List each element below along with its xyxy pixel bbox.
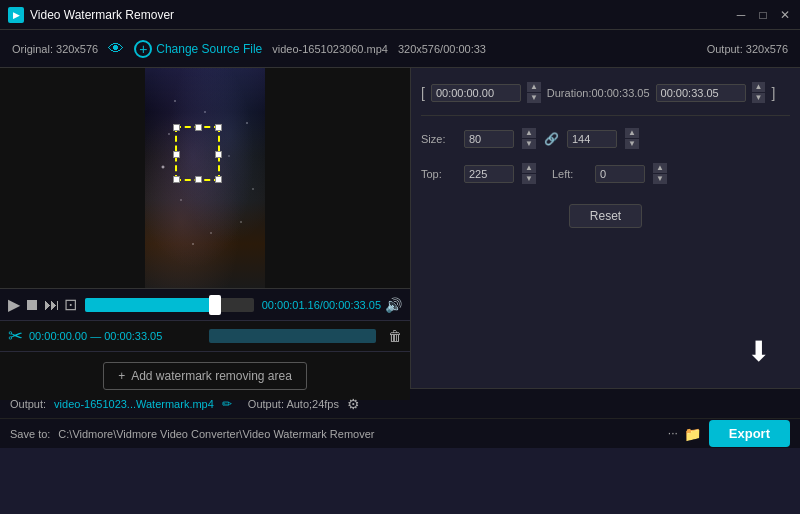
link-icon[interactable]: 🔗: [544, 132, 559, 146]
left-down[interactable]: ▼: [653, 174, 667, 184]
close-button[interactable]: ✕: [778, 8, 792, 22]
height-spinners: ▲ ▼: [625, 128, 639, 149]
playback-controls: ▶ ⏹ ⏭ ⊡ 00:00:01.16/00:00:33.05 🔊: [0, 288, 410, 320]
timeline-thumb[interactable]: [209, 295, 221, 315]
plus-circle-icon: +: [134, 40, 152, 58]
maximize-button[interactable]: □: [756, 8, 770, 22]
volume-icon[interactable]: 🔊: [385, 297, 402, 313]
play-button[interactable]: ▶: [8, 295, 20, 314]
width-down[interactable]: ▼: [522, 139, 536, 149]
end-time-input[interactable]: [656, 84, 746, 102]
timeline-bar[interactable]: [85, 298, 254, 312]
time-inputs-row: [ ▲ ▼ Duration:00:00:33.05 ▲ ▼ ]: [421, 82, 790, 103]
height-input[interactable]: [567, 130, 617, 148]
step-forward-button[interactable]: ⏭: [44, 296, 60, 314]
reset-button[interactable]: Reset: [569, 204, 642, 228]
top-down[interactable]: ▼: [522, 174, 536, 184]
stop-button[interactable]: ⏹: [24, 296, 40, 314]
top-label: Top:: [421, 168, 456, 180]
handle-top-right[interactable]: [215, 124, 222, 131]
title-bar-left: ▶ Video Watermark Remover: [8, 7, 174, 23]
handle-top-left[interactable]: [173, 124, 180, 131]
width-up[interactable]: ▲: [522, 128, 536, 138]
arrow-container: ⬇: [421, 335, 790, 378]
clip-segment-bar: [209, 329, 377, 343]
top-input[interactable]: [464, 165, 514, 183]
end-time-spinners: ▲ ▼: [752, 82, 766, 103]
eye-icon[interactable]: 👁: [108, 40, 124, 58]
handle-bottom-right[interactable]: [215, 176, 222, 183]
top-toolbar: Original: 320x576 👁 + Change Source File…: [0, 30, 800, 68]
selection-box[interactable]: [175, 126, 220, 181]
clip-icon: ✂: [8, 325, 23, 347]
middle-section: ▶ ⏹ ⏭ ⊡ 00:00:01.16/00:00:33.05 🔊 ✂ 00:0…: [0, 68, 800, 388]
right-panel: [ ▲ ▼ Duration:00:00:33.05 ▲ ▼ ] Size: ▲…: [410, 68, 800, 388]
left-input[interactable]: [595, 165, 645, 183]
handle-mid-right[interactable]: [215, 151, 222, 158]
dimensions: 320x576/00:00:33: [398, 43, 486, 55]
add-watermark-label: Add watermark removing area: [131, 369, 292, 383]
down-arrow-icon: ⬇: [747, 335, 770, 368]
handle-bottom-left[interactable]: [173, 176, 180, 183]
timeline-progress: [85, 298, 215, 312]
bracket-left-icon: [: [421, 85, 425, 101]
add-watermark-area: + Add watermark removing area: [0, 351, 410, 400]
save-path: C:\Vidmore\Vidmore Video Converter\Video…: [58, 428, 659, 440]
top-spinners: ▲ ▼: [522, 163, 536, 184]
app-icon: ▶: [8, 7, 24, 23]
app-title: Video Watermark Remover: [30, 8, 174, 22]
title-bar: ▶ Video Watermark Remover ─ □ ✕: [0, 0, 800, 30]
delete-clip-icon[interactable]: 🗑: [388, 328, 402, 344]
start-time-down[interactable]: ▼: [527, 93, 541, 103]
left-up[interactable]: ▲: [653, 163, 667, 173]
change-source-label: Change Source File: [156, 42, 262, 56]
edit-filename-icon[interactable]: ✏: [222, 397, 232, 411]
settings-icon[interactable]: ⚙: [347, 396, 360, 412]
clip-strip: ✂ 00:00:00.00 — 00:00:33.05 🗑: [0, 320, 410, 351]
video-frame: [145, 68, 265, 288]
save-label: Save to:: [10, 428, 50, 440]
divider1: [421, 115, 790, 116]
output-label: Output:: [10, 398, 46, 410]
height-down[interactable]: ▼: [625, 139, 639, 149]
start-time-up[interactable]: ▲: [527, 82, 541, 92]
change-source-button[interactable]: + Change Source File: [134, 40, 262, 58]
clip-time-range: 00:00:00.00 — 00:00:33.05: [29, 330, 197, 342]
start-time-input[interactable]: [431, 84, 521, 102]
duration-label: Duration:00:00:33.05: [547, 87, 650, 99]
folder-icon[interactable]: 📁: [684, 426, 701, 442]
add-watermark-button[interactable]: + Add watermark removing area: [103, 362, 307, 390]
size-label: Size:: [421, 133, 456, 145]
reset-row: Reset: [421, 200, 790, 228]
trim-button[interactable]: ⊡: [64, 295, 77, 314]
height-up[interactable]: ▲: [625, 128, 639, 138]
plus-icon: +: [118, 369, 125, 383]
video-preview: [0, 68, 410, 288]
window-controls: ─ □ ✕: [734, 8, 792, 22]
left-label: Left:: [552, 168, 587, 180]
handle-mid-left[interactable]: [173, 151, 180, 158]
save-actions: ··· 📁: [668, 426, 701, 442]
export-button[interactable]: Export: [709, 420, 790, 447]
handle-bottom-mid[interactable]: [195, 176, 202, 183]
minimize-button[interactable]: ─: [734, 8, 748, 22]
handle-top-mid[interactable]: [195, 124, 202, 131]
width-input[interactable]: [464, 130, 514, 148]
size-row: Size: ▲ ▼ 🔗 ▲ ▼: [421, 128, 790, 149]
bracket-right-icon: ]: [771, 85, 775, 101]
time-display: 00:00:01.16/00:00:33.05: [262, 299, 381, 311]
position-row: Top: ▲ ▼ Left: ▲ ▼: [421, 163, 790, 184]
end-time-down[interactable]: ▼: [752, 93, 766, 103]
left-spinners: ▲ ▼: [653, 163, 667, 184]
save-bar: Save to: C:\Vidmore\Vidmore Video Conver…: [0, 418, 800, 448]
left-panel: ▶ ⏹ ⏭ ⊡ 00:00:01.16/00:00:33.05 🔊 ✂ 00:0…: [0, 68, 410, 388]
original-label: Original: 320x576: [12, 43, 98, 55]
top-up[interactable]: ▲: [522, 163, 536, 173]
width-spinners: ▲ ▼: [522, 128, 536, 149]
more-options-button[interactable]: ···: [668, 426, 678, 442]
output-info: Output: 320x576: [707, 43, 788, 55]
output-filename: video-1651023...Watermark.mp4: [54, 398, 214, 410]
start-time-spinners: ▲ ▼: [527, 82, 541, 103]
end-time-up[interactable]: ▲: [752, 82, 766, 92]
toolbar-left: Original: 320x576 👁 + Change Source File…: [12, 40, 691, 58]
